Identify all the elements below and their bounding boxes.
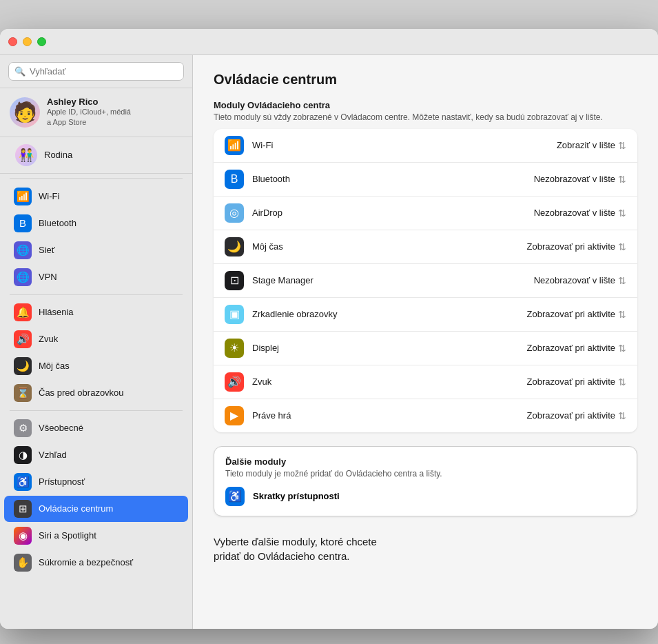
wifi-module-icon: 📶	[225, 136, 244, 155]
tooltip-text-line1: Vyberte ďalšie moduly, ktoré chcete	[214, 534, 637, 549]
search-input[interactable]	[30, 66, 178, 77]
sidebar-item-label-bluetooth: Bluetooth	[39, 218, 76, 228]
sidebar-item-appearance[interactable]: ◑Vzhľad	[4, 442, 188, 468]
sound-icon: 🔊	[14, 330, 32, 348]
bluetooth-module-icon: B	[225, 170, 244, 189]
family-section: 👫 Rodina	[0, 137, 192, 174]
focus-module-name: Môj čas	[252, 241, 519, 252]
airdrop-module-control[interactable]: Nezobrazovať v lište ⇅	[534, 208, 626, 219]
page-title: Ovládacie centrum	[214, 72, 637, 88]
display-module-icon: ☀	[225, 339, 244, 358]
stage-module-icon: ⊡	[225, 271, 244, 290]
nowplaying-stepper-icon: ⇅	[618, 410, 626, 421]
sidebar-item-accessibility[interactable]: ♿Prístupnosť	[4, 469, 188, 495]
airdrop-module-icon: ◎	[225, 203, 244, 223]
additional-section-title: Ďalšie moduly	[225, 456, 626, 467]
general-icon: ⚙	[14, 419, 32, 437]
family-label: Rodina	[44, 150, 72, 160]
sidebar-item-vpn[interactable]: 🌐VPN	[4, 264, 188, 290]
sidebar-item-focus[interactable]: 🌙Môj čas	[4, 353, 188, 379]
wifi-module-name: Wi-Fi	[252, 140, 548, 150]
sidebar-item-label-notifications: Hlásenia	[39, 307, 74, 317]
sidebar-divider-1	[10, 178, 183, 179]
stage-stepper-icon: ⇅	[618, 275, 626, 286]
nowplaying-module-name: Práve hrá	[252, 410, 519, 421]
content-area: 🔍 🧑 Ashley Rico Apple ID, iCloud+, médiá…	[0, 55, 658, 629]
network-icon: 🌐	[14, 241, 32, 259]
bluetooth-module-control[interactable]: Nezobrazovať v lište ⇅	[534, 174, 626, 185]
accessibility-shortcut-add-icon: ♿	[225, 487, 245, 506]
search-wrapper[interactable]: 🔍	[8, 62, 184, 81]
display-module-control[interactable]: Zobrazovať pri aktivite ⇅	[527, 343, 626, 354]
mirror-module-control-label: Zobrazovať pri aktivite	[527, 309, 615, 319]
stage-module-control-label: Nezobrazovať v lište	[534, 275, 615, 285]
airdrop-module-name: AirDrop	[252, 208, 526, 218]
sidebar-item-label-focus: Môj čas	[39, 361, 70, 371]
sound-module-control[interactable]: Zobrazovať pri aktivite ⇅	[527, 376, 626, 388]
sidebar-item-label-vpn: VPN	[39, 272, 57, 282]
traffic-lights	[8, 37, 46, 46]
mirror-module-control[interactable]: Zobrazovať pri aktivite ⇅	[527, 309, 626, 320]
user-section[interactable]: 🧑 Ashley Rico Apple ID, iCloud+, médiáa …	[0, 88, 192, 137]
mirror-module-name: Zrkadlenie obrazovky	[252, 309, 519, 319]
module-row-nowplaying: ▶Práve hráZobrazovať pri aktivite ⇅	[214, 399, 637, 432]
modules-section-header: Moduly Ovládacieho centra Tieto moduly s…	[214, 100, 637, 123]
maximize-button[interactable]	[37, 37, 46, 46]
sidebar-item-screentime[interactable]: ⌛Čas pred obrazovkou	[4, 380, 188, 406]
sidebar-item-wifi[interactable]: 📶Wi-Fi	[4, 183, 188, 210]
sound-module-icon: 🔊	[225, 372, 244, 392]
wifi-stepper-icon: ⇅	[618, 140, 626, 151]
nowplaying-module-control[interactable]: Zobrazovať pri aktivite ⇅	[527, 410, 626, 421]
sidebar-item-control-center[interactable]: ⊞Ovládacie centrum	[4, 496, 188, 522]
sidebar-item-privacy[interactable]: ✋Súkromie a bezpečnosť	[4, 550, 188, 576]
siri-icon: ◉	[14, 527, 32, 545]
titlebar	[0, 29, 658, 55]
sidebar-item-label-control-center: Ovládacie centrum	[39, 503, 113, 514]
sidebar-item-general[interactable]: ⚙Všeobecné	[4, 415, 188, 441]
display-stepper-icon: ⇅	[618, 343, 626, 354]
control-center-icon: ⊞	[14, 500, 32, 518]
additional-modules: ♿Skratky prístupnosti	[225, 487, 626, 506]
stage-module-control[interactable]: Nezobrazovať v lište ⇅	[534, 275, 626, 286]
sidebar-divider-vpn	[10, 294, 183, 295]
accessibility-shortcut-add-name: Skratky prístupnosti	[253, 491, 340, 501]
additional-section: Ďalšie moduly Tieto moduly je možné prid…	[214, 446, 637, 516]
focus-module-control[interactable]: Zobrazovať pri aktivite ⇅	[527, 241, 626, 252]
module-row-stage: ⊡Stage ManagerNezobrazovať v lište ⇅	[214, 264, 637, 298]
bluetooth-icon: B	[14, 214, 32, 232]
sidebar-item-label-sound: Zvuk	[39, 334, 58, 344]
focus-stepper-icon: ⇅	[618, 241, 626, 252]
sound-module-control-label: Zobrazovať pri aktivite	[527, 376, 615, 387]
display-module-name: Displej	[252, 343, 519, 353]
user-info: Ashley Rico Apple ID, iCloud+, médiáa Ap…	[47, 97, 131, 128]
focus-module-control-label: Zobrazovať pri aktivite	[527, 241, 615, 252]
sidebar-item-label-wifi: Wi-Fi	[39, 191, 59, 201]
sidebar-item-bluetooth[interactable]: BBluetooth	[4, 210, 188, 237]
vpn-icon: 🌐	[14, 268, 32, 286]
nowplaying-module-icon: ▶	[225, 406, 244, 425]
module-row-airdrop: ◎AirDropNezobrazovať v lište ⇅	[214, 197, 637, 230]
stage-module-name: Stage Manager	[252, 275, 526, 285]
mirror-stepper-icon: ⇅	[618, 309, 626, 320]
sidebar-item-label-general: Všeobecné	[39, 423, 83, 433]
family-icon: 👫	[15, 144, 37, 166]
additional-section-subtitle: Tieto moduly je možné pridať do Ovládaci…	[225, 468, 626, 480]
sidebar-item-sound[interactable]: 🔊Zvuk	[4, 326, 188, 352]
appearance-icon: ◑	[14, 446, 32, 464]
module-row-sound: 🔊ZvukZobrazovať pri aktivite ⇅	[214, 365, 637, 399]
screentime-icon: ⌛	[14, 384, 32, 402]
modules-card: 📶Wi-FiZobraziť v lište ⇅BBluetoothNezobr…	[214, 129, 637, 432]
tooltip-text-line2: pridať do Ovládacieho centra.	[214, 549, 637, 563]
modules-section-subtitle: Tieto moduly sú vždy zobrazené v Ovládac…	[214, 112, 637, 123]
privacy-icon: ✋	[14, 554, 32, 572]
sidebar-item-notifications[interactable]: 🔔Hlásenia	[4, 299, 188, 325]
wifi-module-control-label: Zobraziť v lište	[557, 140, 615, 150]
family-item[interactable]: 👫 Rodina	[10, 140, 183, 170]
close-button[interactable]	[8, 37, 17, 46]
sidebar-item-siri[interactable]: ◉Siri a Spotlight	[4, 523, 188, 549]
sidebar-item-network[interactable]: 🌐Sieť	[4, 237, 188, 263]
wifi-module-control[interactable]: Zobraziť v lište ⇅	[557, 140, 626, 151]
airdrop-stepper-icon: ⇅	[618, 208, 626, 219]
sidebar-item-label-privacy: Súkromie a bezpečnosť	[39, 557, 133, 567]
minimize-button[interactable]	[23, 37, 32, 46]
